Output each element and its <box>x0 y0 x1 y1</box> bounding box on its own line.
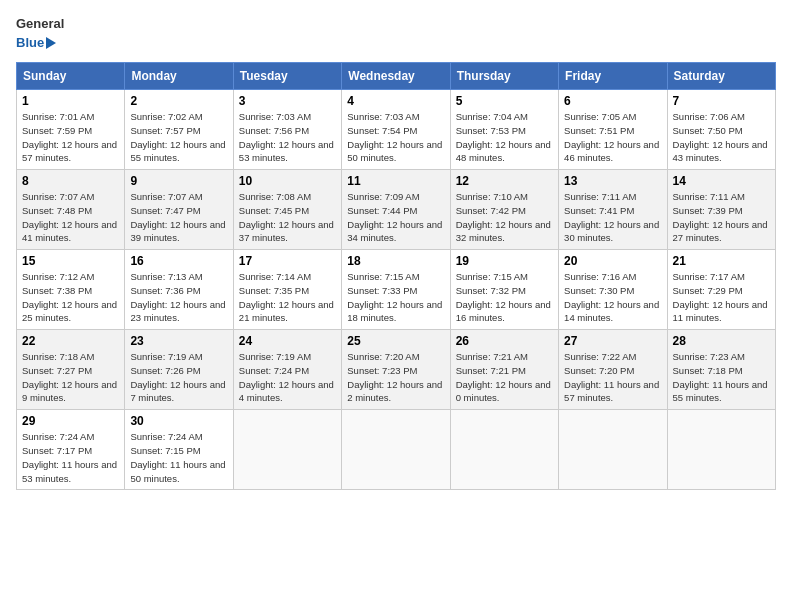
page-header: General Blue <box>16 16 776 50</box>
calendar-cell: 25 Sunrise: 7:20 AMSunset: 7:23 PMDaylig… <box>342 330 450 410</box>
day-detail: Sunrise: 7:07 AMSunset: 7:47 PMDaylight:… <box>130 191 225 243</box>
calendar-cell: 29 Sunrise: 7:24 AMSunset: 7:17 PMDaylig… <box>17 410 125 490</box>
calendar-cell: 11 Sunrise: 7:09 AMSunset: 7:44 PMDaylig… <box>342 170 450 250</box>
day-number: 9 <box>130 174 227 188</box>
calendar-cell: 26 Sunrise: 7:21 AMSunset: 7:21 PMDaylig… <box>450 330 558 410</box>
day-detail: Sunrise: 7:02 AMSunset: 7:57 PMDaylight:… <box>130 111 225 163</box>
calendar-cell <box>342 410 450 490</box>
calendar-cell: 20 Sunrise: 7:16 AMSunset: 7:30 PMDaylig… <box>559 250 667 330</box>
day-number: 30 <box>130 414 227 428</box>
calendar-table: SundayMondayTuesdayWednesdayThursdayFrid… <box>16 62 776 490</box>
day-number: 27 <box>564 334 661 348</box>
calendar-cell <box>559 410 667 490</box>
day-detail: Sunrise: 7:11 AMSunset: 7:39 PMDaylight:… <box>673 191 768 243</box>
calendar-cell <box>233 410 341 490</box>
calendar-cell: 5 Sunrise: 7:04 AMSunset: 7:53 PMDayligh… <box>450 90 558 170</box>
day-number: 23 <box>130 334 227 348</box>
day-detail: Sunrise: 7:12 AMSunset: 7:38 PMDaylight:… <box>22 271 117 323</box>
day-detail: Sunrise: 7:22 AMSunset: 7:20 PMDaylight:… <box>564 351 659 403</box>
day-number: 28 <box>673 334 770 348</box>
day-detail: Sunrise: 7:04 AMSunset: 7:53 PMDaylight:… <box>456 111 551 163</box>
day-number: 6 <box>564 94 661 108</box>
calendar-cell: 24 Sunrise: 7:19 AMSunset: 7:24 PMDaylig… <box>233 330 341 410</box>
day-number: 15 <box>22 254 119 268</box>
calendar-cell: 14 Sunrise: 7:11 AMSunset: 7:39 PMDaylig… <box>667 170 775 250</box>
day-detail: Sunrise: 7:20 AMSunset: 7:23 PMDaylight:… <box>347 351 442 403</box>
day-detail: Sunrise: 7:03 AMSunset: 7:56 PMDaylight:… <box>239 111 334 163</box>
day-detail: Sunrise: 7:14 AMSunset: 7:35 PMDaylight:… <box>239 271 334 323</box>
calendar-week-3: 15 Sunrise: 7:12 AMSunset: 7:38 PMDaylig… <box>17 250 776 330</box>
day-number: 20 <box>564 254 661 268</box>
day-detail: Sunrise: 7:03 AMSunset: 7:54 PMDaylight:… <box>347 111 442 163</box>
day-detail: Sunrise: 7:15 AMSunset: 7:32 PMDaylight:… <box>456 271 551 323</box>
weekday-header-monday: Monday <box>125 63 233 90</box>
day-detail: Sunrise: 7:05 AMSunset: 7:51 PMDaylight:… <box>564 111 659 163</box>
day-detail: Sunrise: 7:11 AMSunset: 7:41 PMDaylight:… <box>564 191 659 243</box>
calendar-cell: 27 Sunrise: 7:22 AMSunset: 7:20 PMDaylig… <box>559 330 667 410</box>
calendar-cell: 3 Sunrise: 7:03 AMSunset: 7:56 PMDayligh… <box>233 90 341 170</box>
day-detail: Sunrise: 7:01 AMSunset: 7:59 PMDaylight:… <box>22 111 117 163</box>
day-number: 7 <box>673 94 770 108</box>
day-number: 22 <box>22 334 119 348</box>
day-number: 10 <box>239 174 336 188</box>
calendar-cell: 7 Sunrise: 7:06 AMSunset: 7:50 PMDayligh… <box>667 90 775 170</box>
day-number: 25 <box>347 334 444 348</box>
calendar-cell: 4 Sunrise: 7:03 AMSunset: 7:54 PMDayligh… <box>342 90 450 170</box>
day-number: 21 <box>673 254 770 268</box>
day-detail: Sunrise: 7:19 AMSunset: 7:26 PMDaylight:… <box>130 351 225 403</box>
calendar-cell: 15 Sunrise: 7:12 AMSunset: 7:38 PMDaylig… <box>17 250 125 330</box>
calendar-cell: 9 Sunrise: 7:07 AMSunset: 7:47 PMDayligh… <box>125 170 233 250</box>
day-number: 17 <box>239 254 336 268</box>
logo-general-text: General <box>16 16 64 31</box>
day-number: 14 <box>673 174 770 188</box>
day-detail: Sunrise: 7:07 AMSunset: 7:48 PMDaylight:… <box>22 191 117 243</box>
day-detail: Sunrise: 7:10 AMSunset: 7:42 PMDaylight:… <box>456 191 551 243</box>
calendar-cell: 21 Sunrise: 7:17 AMSunset: 7:29 PMDaylig… <box>667 250 775 330</box>
day-number: 26 <box>456 334 553 348</box>
logo-blue-text: Blue <box>16 35 56 50</box>
weekday-header-thursday: Thursday <box>450 63 558 90</box>
day-detail: Sunrise: 7:24 AMSunset: 7:15 PMDaylight:… <box>130 431 225 483</box>
weekday-header-tuesday: Tuesday <box>233 63 341 90</box>
day-detail: Sunrise: 7:21 AMSunset: 7:21 PMDaylight:… <box>456 351 551 403</box>
day-number: 18 <box>347 254 444 268</box>
calendar-cell: 6 Sunrise: 7:05 AMSunset: 7:51 PMDayligh… <box>559 90 667 170</box>
day-detail: Sunrise: 7:18 AMSunset: 7:27 PMDaylight:… <box>22 351 117 403</box>
calendar-cell <box>667 410 775 490</box>
day-number: 19 <box>456 254 553 268</box>
day-number: 1 <box>22 94 119 108</box>
calendar-week-2: 8 Sunrise: 7:07 AMSunset: 7:48 PMDayligh… <box>17 170 776 250</box>
day-number: 4 <box>347 94 444 108</box>
weekday-header-wednesday: Wednesday <box>342 63 450 90</box>
calendar-cell <box>450 410 558 490</box>
calendar-cell: 12 Sunrise: 7:10 AMSunset: 7:42 PMDaylig… <box>450 170 558 250</box>
calendar-cell: 2 Sunrise: 7:02 AMSunset: 7:57 PMDayligh… <box>125 90 233 170</box>
day-number: 24 <box>239 334 336 348</box>
calendar-cell: 28 Sunrise: 7:23 AMSunset: 7:18 PMDaylig… <box>667 330 775 410</box>
logo-arrow-icon <box>46 37 56 49</box>
day-detail: Sunrise: 7:16 AMSunset: 7:30 PMDaylight:… <box>564 271 659 323</box>
calendar-week-4: 22 Sunrise: 7:18 AMSunset: 7:27 PMDaylig… <box>17 330 776 410</box>
calendar-cell: 1 Sunrise: 7:01 AMSunset: 7:59 PMDayligh… <box>17 90 125 170</box>
calendar-cell: 30 Sunrise: 7:24 AMSunset: 7:15 PMDaylig… <box>125 410 233 490</box>
day-number: 16 <box>130 254 227 268</box>
day-number: 5 <box>456 94 553 108</box>
calendar-body: 1 Sunrise: 7:01 AMSunset: 7:59 PMDayligh… <box>17 90 776 490</box>
calendar-week-5: 29 Sunrise: 7:24 AMSunset: 7:17 PMDaylig… <box>17 410 776 490</box>
calendar-cell: 16 Sunrise: 7:13 AMSunset: 7:36 PMDaylig… <box>125 250 233 330</box>
calendar-cell: 18 Sunrise: 7:15 AMSunset: 7:33 PMDaylig… <box>342 250 450 330</box>
day-number: 2 <box>130 94 227 108</box>
calendar-cell: 17 Sunrise: 7:14 AMSunset: 7:35 PMDaylig… <box>233 250 341 330</box>
day-detail: Sunrise: 7:17 AMSunset: 7:29 PMDaylight:… <box>673 271 768 323</box>
day-number: 12 <box>456 174 553 188</box>
calendar-cell: 22 Sunrise: 7:18 AMSunset: 7:27 PMDaylig… <box>17 330 125 410</box>
day-detail: Sunrise: 7:15 AMSunset: 7:33 PMDaylight:… <box>347 271 442 323</box>
logo: General Blue <box>16 16 64 50</box>
calendar-cell: 19 Sunrise: 7:15 AMSunset: 7:32 PMDaylig… <box>450 250 558 330</box>
day-detail: Sunrise: 7:23 AMSunset: 7:18 PMDaylight:… <box>673 351 768 403</box>
calendar-cell: 8 Sunrise: 7:07 AMSunset: 7:48 PMDayligh… <box>17 170 125 250</box>
day-detail: Sunrise: 7:09 AMSunset: 7:44 PMDaylight:… <box>347 191 442 243</box>
calendar-cell: 10 Sunrise: 7:08 AMSunset: 7:45 PMDaylig… <box>233 170 341 250</box>
weekday-header-friday: Friday <box>559 63 667 90</box>
day-detail: Sunrise: 7:24 AMSunset: 7:17 PMDaylight:… <box>22 431 117 483</box>
